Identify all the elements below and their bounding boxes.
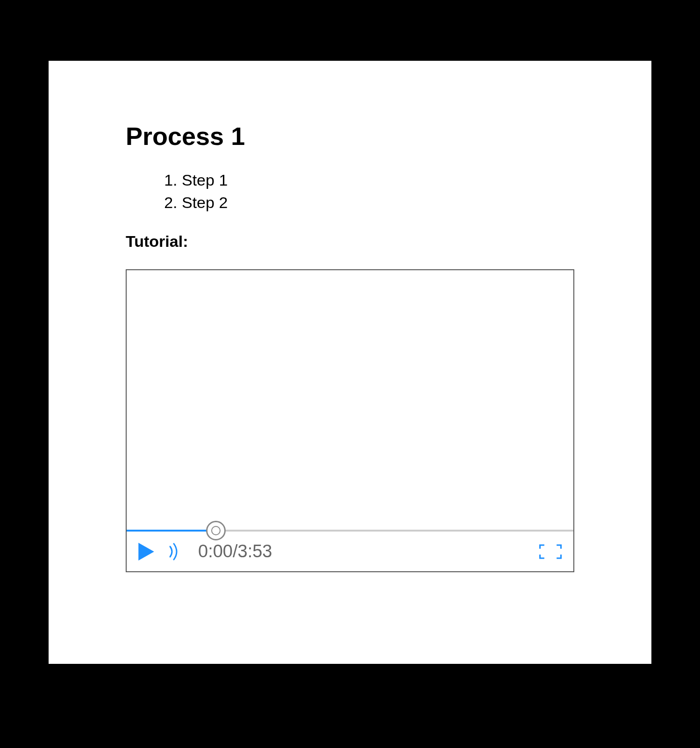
page-title: Process 1 (126, 122, 574, 151)
video-progress-handle[interactable] (206, 521, 226, 540)
video-player: 0:00/3:53 (126, 269, 574, 572)
tutorial-label: Tutorial: (126, 232, 574, 251)
volume-icon (168, 543, 179, 561)
steps-list: Step 1 Step 2 (182, 169, 574, 214)
video-progress-fill (127, 530, 216, 532)
fullscreen-button[interactable] (539, 543, 562, 561)
play-button[interactable] (138, 543, 154, 561)
list-item: Step 1 (182, 169, 574, 192)
svg-marker-0 (138, 543, 154, 561)
fullscreen-icon (539, 543, 562, 561)
video-controls: 0:00/3:53 (127, 532, 573, 571)
video-progress-bar[interactable] (127, 530, 573, 532)
video-canvas[interactable] (127, 270, 573, 530)
play-icon (138, 543, 154, 561)
list-item: Step 2 (182, 192, 574, 214)
video-time-display: 0:00/3:53 (198, 541, 272, 561)
document-page: Process 1 Step 1 Step 2 Tutorial: (49, 61, 651, 664)
volume-button[interactable] (168, 543, 179, 561)
